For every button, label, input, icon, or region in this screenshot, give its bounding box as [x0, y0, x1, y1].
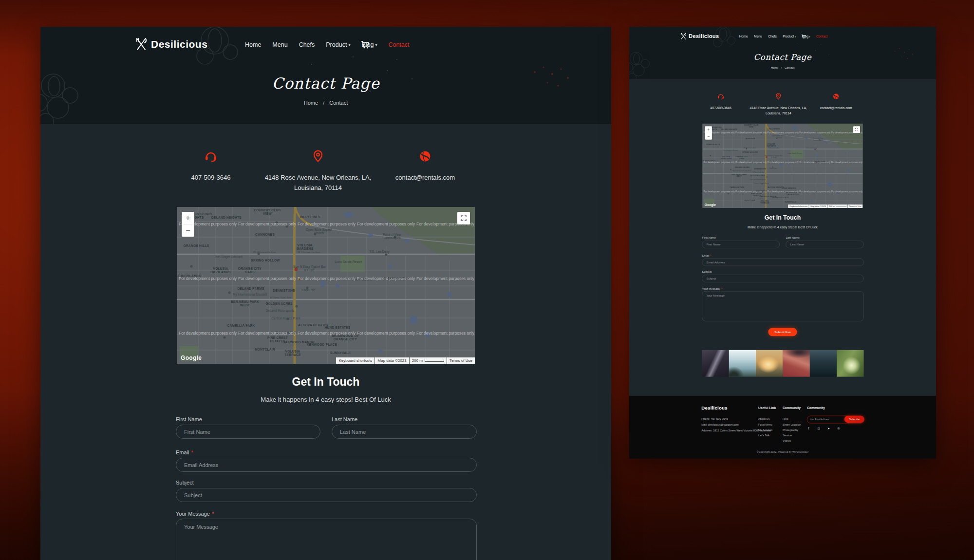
- fullscreen-button[interactable]: [457, 212, 470, 224]
- nav-item-chefs[interactable]: Chefs: [299, 41, 315, 48]
- google-map[interactable]: LAKE BERESFORD HEIGHTSDELAND HEIGHTSCOUN…: [177, 207, 475, 364]
- submit-button[interactable]: Submit Now: [768, 328, 797, 336]
- contact-info-row: 407-509-3646 4148 Rose Avenue, New Orlea…: [692, 93, 865, 116]
- map-attribution-item[interactable]: 200 m: [827, 205, 847, 208]
- email-input[interactable]: [702, 259, 863, 266]
- gallery-image-red-sand-beach[interactable]: [783, 350, 810, 377]
- main-section: 407-509-3646 4148 Rose Avenue, New Orlea…: [629, 79, 936, 396]
- chevron-down-icon: ▾: [348, 43, 350, 47]
- brand-logo[interactable]: Desilicious: [680, 33, 719, 40]
- gallery-image-stormy-dark-peaks[interactable]: [810, 350, 837, 377]
- fullscreen-button[interactable]: [853, 126, 860, 133]
- first-name-input[interactable]: [176, 425, 320, 439]
- map-zoom-control: + −: [182, 212, 194, 237]
- google-logo[interactable]: Google: [181, 355, 202, 361]
- email-input[interactable]: [176, 458, 477, 472]
- map-watermark: For development purposes only: [238, 276, 296, 281]
- breadcrumb-home-link[interactable]: Home: [771, 66, 779, 69]
- phone-number[interactable]: 407-509-3646: [692, 105, 749, 111]
- facebook-icon[interactable]: f: [807, 427, 811, 430]
- zoom-in-button[interactable]: +: [705, 126, 712, 132]
- map-attribution-item[interactable]: Terms of Use: [848, 205, 863, 208]
- footer-column-title-useful-link: Useful Link: [758, 406, 776, 410]
- nav-item-product[interactable]: Product▾: [326, 41, 350, 48]
- footer-link[interactable]: Share Location: [783, 423, 801, 426]
- zoom-in-button[interactable]: +: [182, 212, 194, 224]
- message-textarea[interactable]: [176, 519, 477, 560]
- footer-link[interactable]: My Account: [758, 429, 772, 431]
- nav-item-home[interactable]: Home: [245, 41, 261, 48]
- fullscreen-icon: [855, 128, 858, 131]
- nav-item-home[interactable]: Home: [739, 35, 748, 38]
- footer-link[interactable]: About Us: [758, 417, 772, 420]
- phone-number[interactable]: 407-509-3646: [157, 173, 264, 183]
- first-name-input[interactable]: [702, 241, 780, 248]
- footer-link[interactable]: Food Menu: [758, 423, 772, 426]
- map-attribution-item[interactable]: Map data ©2023: [809, 205, 827, 208]
- gallery-image-mountain-peak-night[interactable]: [702, 350, 729, 377]
- subject-input[interactable]: [176, 488, 477, 502]
- main-nav: HomeMenuChefsProduct▾Blog▾Contact: [245, 41, 410, 48]
- footer-link[interactable]: Let's Talk: [758, 434, 772, 437]
- chevron-down-icon: ▾: [795, 36, 796, 38]
- cart-button[interactable]: [802, 34, 806, 40]
- gallery-image-golden-sunset-hills[interactable]: [756, 350, 783, 377]
- main-section: 407-509-3646 4148 Rose Avenue, New Orlea…: [40, 124, 611, 560]
- footer-link[interactable]: Service: [783, 434, 801, 437]
- google-map[interactable]: LAKE BERESFORD HEIGHTSDELAND HEIGHTSCOUN…: [703, 124, 863, 208]
- form-subheading: Make it happens in 4 easy steps! Best Of…: [629, 225, 936, 229]
- nav-item-menu[interactable]: Menu: [272, 41, 287, 48]
- twitter-icon[interactable]: ➤: [827, 427, 831, 430]
- brand-logo[interactable]: Desilicious: [135, 37, 207, 51]
- address-text: 4148 Rose Avenue, New Orleans, LA, Louis…: [264, 173, 372, 193]
- gallery-image-foggy-cliff-hiker[interactable]: [729, 350, 756, 377]
- map-watermark: For development purposes only: [298, 276, 356, 281]
- footer-link[interactable]: Help: [783, 417, 801, 420]
- footer-link[interactable]: Photography: [783, 429, 801, 431]
- email-label: Email*: [176, 449, 193, 455]
- last-name-input[interactable]: [786, 241, 863, 248]
- nav-item-contact[interactable]: Contact: [388, 41, 409, 48]
- map-attribution-item[interactable]: Keyboard shortcuts: [788, 205, 808, 208]
- contact-page: Desilicious HomeMenuChefsProduct▾Blog▾Co…: [40, 27, 611, 560]
- footer-brand[interactable]: Desilicious: [701, 405, 727, 411]
- email-address[interactable]: contact@rentals.com: [372, 173, 479, 183]
- map-attribution-item[interactable]: Map data ©2023: [375, 357, 409, 364]
- nav-item-menu[interactable]: Menu: [754, 35, 762, 38]
- subscribe-button[interactable]: Subscribe: [844, 416, 864, 423]
- address-card: 4148 Rose Avenue, New Orleans, LA, Louis…: [264, 149, 372, 193]
- message-label: Your Message*: [176, 511, 214, 517]
- gallery-image-sunlit-forest-path[interactable]: [837, 350, 863, 377]
- cart-button[interactable]: [361, 40, 370, 51]
- map-attribution-item[interactable]: 200 m: [410, 357, 447, 364]
- map-attribution-item[interactable]: Keyboard shortcuts: [336, 357, 375, 364]
- message-textarea[interactable]: [702, 291, 863, 321]
- globe-icon: [832, 93, 840, 101]
- newsletter-email-input[interactable]: [807, 416, 849, 423]
- footer-link[interactable]: Videos: [783, 439, 801, 442]
- zoom-out-button[interactable]: −: [705, 133, 712, 139]
- zoom-out-button[interactable]: −: [182, 224, 194, 237]
- map-watermark: For development purposes only: [298, 222, 356, 226]
- headset-icon: [204, 149, 218, 165]
- nav-item-product[interactable]: Product▾: [783, 35, 796, 38]
- form-heading: Get In Touch: [40, 375, 611, 389]
- google-logo[interactable]: Google: [705, 203, 716, 207]
- instagram-icon[interactable]: ⊡: [817, 427, 821, 430]
- map-watermark: For development purposes only: [831, 161, 862, 163]
- breadcrumb-separator: /: [323, 100, 324, 106]
- subject-input[interactable]: [702, 275, 863, 282]
- pinterest-icon[interactable]: ℗: [837, 427, 841, 430]
- breadcrumb-home-link[interactable]: Home: [304, 100, 318, 106]
- map-watermark: For development purposes only: [799, 131, 830, 134]
- first-name-label: First Name: [702, 236, 716, 239]
- map-watermark: For development purposes only: [416, 331, 474, 336]
- footer-column-title-community: Community: [783, 406, 801, 410]
- last-name-input[interactable]: [332, 425, 477, 439]
- email-card: contact@rentals.com: [807, 93, 865, 116]
- email-address[interactable]: contact@rentals.com: [807, 105, 865, 111]
- map-watermark: For development purposes only: [768, 190, 799, 192]
- nav-item-contact[interactable]: Contact: [816, 35, 827, 38]
- nav-item-chefs[interactable]: Chefs: [768, 35, 777, 38]
- map-attribution-item[interactable]: Terms of Use: [447, 357, 475, 364]
